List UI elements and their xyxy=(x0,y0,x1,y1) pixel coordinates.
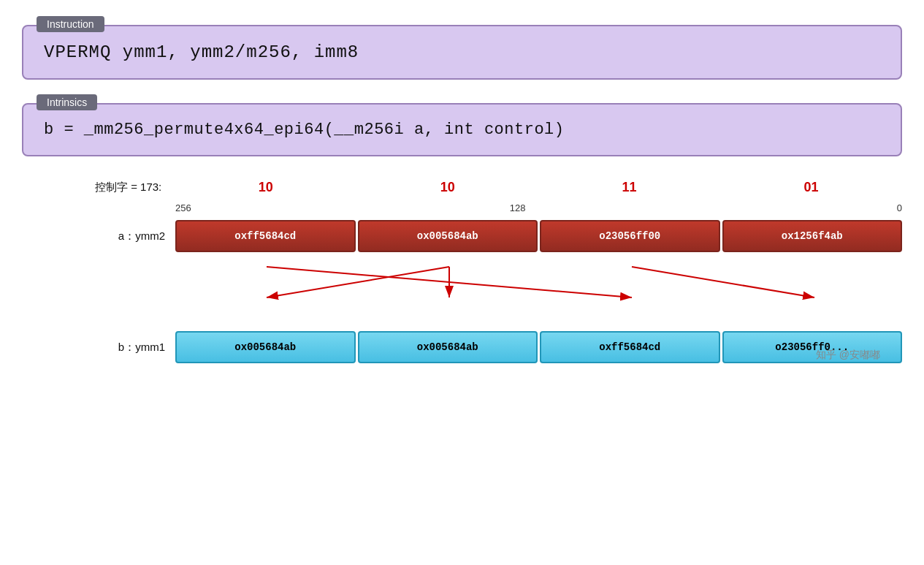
control-row: 控制字 = 173: 10 10 11 01 xyxy=(95,180,902,195)
instruction-box: Instruction VPERMQ ymm1, ymm2/m256, imm8 xyxy=(22,25,902,80)
control-bit-1: 10 xyxy=(356,180,538,195)
reg-a-row: a：ymm2 oxff5684cd ox005684ab o23056ff00 … xyxy=(95,220,902,252)
intrinsics-code: b = _mm256_permute4x64_epi64(__m256i a, … xyxy=(44,121,880,139)
reg-b-cells: ox005684ab ox005684ab oxff5684cd o23056f… xyxy=(175,331,902,363)
control-bit-2: 11 xyxy=(538,180,720,195)
reg-b-row: b：ymm1 ox005684ab ox005684ab oxff5684cd … xyxy=(95,331,902,363)
reg-a-cells: oxff5684cd ox005684ab o23056ff00 ox1256f… xyxy=(175,220,902,252)
reg-b-name: b：ymm1 xyxy=(95,341,175,354)
page-container: Instruction VPERMQ ymm1, ymm2/m256, imm8… xyxy=(0,0,924,384)
bit-label-256: 256 xyxy=(175,202,191,213)
reg-b-cell-2: oxff5684cd xyxy=(540,331,720,363)
diagram-section: 控制字 = 173: 10 10 11 01 256 128 0 a：ymm2 … xyxy=(22,180,902,369)
arrows-spacer xyxy=(95,258,902,331)
control-bit-0: 10 xyxy=(175,180,356,195)
reg-a-cell-3: ox1256f4ab xyxy=(722,220,903,252)
register-container: 256 128 0 a：ymm2 oxff5684cd ox005684ab o… xyxy=(95,202,902,363)
bit-label-0: 0 xyxy=(897,202,902,213)
reg-b-cell-0: ox005684ab xyxy=(175,331,356,363)
reg-a-cell-2: o23056ff00 xyxy=(540,220,720,252)
intrinsics-box: Intrinsics b = _mm256_permute4x64_epi64(… xyxy=(22,103,902,156)
reg-a-cell-1: ox005684ab xyxy=(358,220,538,252)
control-bit-3: 01 xyxy=(720,180,902,195)
intrinsics-label-tag: Intrinsics xyxy=(37,94,97,110)
control-label: 控制字 = 173: xyxy=(95,181,161,194)
reg-b-cell-1: ox005684ab xyxy=(358,331,538,363)
reg-a-cell-0: oxff5684cd xyxy=(175,220,356,252)
reg-a-name: a：ymm2 xyxy=(95,230,175,243)
control-bits: 10 10 11 01 xyxy=(175,180,902,195)
watermark: 知乎 @安嘟嘟 xyxy=(816,349,880,362)
instruction-label-tag: Instruction xyxy=(37,16,104,32)
bit-label-128: 128 xyxy=(510,202,526,213)
instruction-code: VPERMQ ymm1, ymm2/m256, imm8 xyxy=(44,42,880,62)
